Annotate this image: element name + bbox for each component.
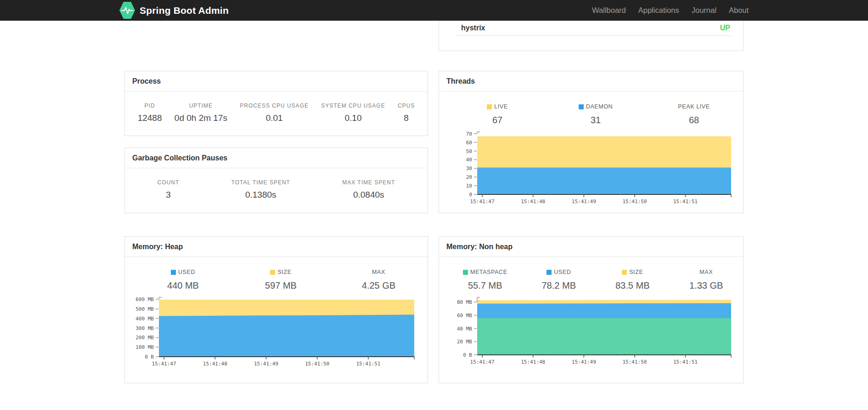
svg-text:600 MB: 600 MB: [135, 296, 154, 302]
svg-text:0 B: 0 B: [463, 352, 472, 358]
memory-nonheap-chart: 0 B20 MB40 MB60 MB80 MB15:41:4715:41:481…: [448, 295, 738, 367]
nonheap-max-value: 1.33 GB: [670, 280, 744, 291]
legend-item-live: LIVE: [448, 103, 547, 110]
svg-text:15:41:48: 15:41:48: [521, 199, 545, 205]
threads-card: Threads LIVE DAEMON PEAK LIVE: [439, 71, 744, 213]
nonheap-size-value: 83.5 MB: [596, 280, 670, 291]
stat-gc-total-time: TOTAL TIME SPENT 0.1380s: [231, 179, 290, 200]
garbage-collection-card: Garbage Collection Pauses COUNT 3 TOTAL …: [124, 148, 428, 213]
size-swatch-icon: [622, 270, 627, 275]
svg-text:0: 0: [469, 192, 472, 198]
svg-text:80 MB: 80 MB: [457, 299, 472, 305]
content-area: Process PID 12488 UPTIME 0d 0h 2m 17s PR…: [124, 21, 744, 383]
app-brand[interactable]: Spring Boot Admin: [119, 2, 229, 19]
process-stats: PID 12488 UPTIME 0d 0h 2m 17s PROCESS CP…: [125, 91, 428, 134]
stat-process-cpu-usage: PROCESS CPU USAGE 0.01: [240, 102, 309, 123]
legend-item-max: MAX: [670, 269, 744, 275]
svg-text:15:41:51: 15:41:51: [673, 199, 698, 205]
process-card-title: Process: [125, 71, 428, 91]
nav-item-journal[interactable]: Journal: [692, 6, 716, 15]
svg-text:20: 20: [466, 174, 472, 180]
gc-card-title: Garbage Collection Pauses: [125, 148, 428, 168]
heap-used-value: 440 MB: [134, 280, 232, 291]
svg-text:15:41:51: 15:41:51: [356, 361, 380, 367]
heap-size-value: 597 MB: [232, 280, 330, 291]
nonheap-metaspace-value: 55.7 MB: [448, 280, 522, 291]
svg-text:15:41:47: 15:41:47: [152, 361, 176, 367]
right-column: hystrix UP Threads LIVE DAEMON: [439, 21, 744, 383]
memory-nonheap-chart-body: METASPACE USED SIZE MAX 55.7 MB: [439, 257, 743, 367]
used-swatch-icon: [171, 270, 176, 275]
memory-heap-card-title: Memory: Heap: [125, 237, 428, 257]
svg-text:40 MB: 40 MB: [457, 326, 472, 332]
client-row-divider: [456, 35, 731, 36]
client-row[interactable]: hystrix UP: [439, 21, 743, 35]
gc-stats: COUNT 3 TOTAL TIME SPENT 0.1380s MAX TIM…: [125, 168, 428, 211]
legend-item-daemon: DAEMON: [547, 103, 645, 110]
threads-chart-body: LIVE DAEMON PEAK LIVE 67 31 68 010203040…: [439, 91, 743, 207]
threads-peak-live-value: 68: [645, 115, 743, 125]
svg-text:15:41:47: 15:41:47: [470, 199, 495, 205]
svg-text:15:41:48: 15:41:48: [203, 361, 227, 367]
legend-item-used: USED: [134, 269, 232, 275]
svg-text:15:41:49: 15:41:49: [254, 361, 278, 367]
svg-text:15:41:50: 15:41:50: [622, 359, 647, 365]
stat-uptime: UPTIME 0d 0h 2m 17s: [175, 102, 227, 123]
svg-text:400 MB: 400 MB: [135, 316, 154, 322]
memory-heap-values: 440 MB 597 MB 4.25 GB: [134, 280, 428, 291]
client-status-badge: UP: [720, 24, 730, 32]
nav-item-applications[interactable]: Applications: [638, 6, 679, 15]
svg-text:500 MB: 500 MB: [135, 306, 154, 312]
svg-text:70: 70: [466, 131, 472, 137]
daemon-swatch-icon: [579, 104, 584, 109]
legend-item-max: MAX: [330, 269, 428, 275]
threads-chart: 01020304050607015:41:4715:41:4815:41:491…: [448, 129, 738, 207]
process-card: Process PID 12488 UPTIME 0d 0h 2m 17s PR…: [124, 71, 428, 136]
used-swatch-icon: [547, 270, 552, 275]
size-swatch-icon: [270, 270, 275, 275]
nav-item-about[interactable]: About: [729, 6, 749, 15]
threads-values: 67 31 68: [448, 115, 743, 125]
memory-nonheap-values: 55.7 MB 78.2 MB 83.5 MB 1.33 GB: [448, 280, 743, 291]
svg-text:60: 60: [466, 140, 472, 146]
memory-heap-card: Memory: Heap USED SIZE MAX 4: [124, 236, 428, 383]
stat-gc-max-time: MAX TIME SPENT 0.0840s: [342, 179, 395, 200]
nav-links: Wallboard Applications Journal About: [592, 6, 749, 15]
svg-text:0 B: 0 B: [145, 354, 154, 360]
svg-text:20 MB: 20 MB: [457, 339, 472, 345]
threads-card-title: Threads: [439, 71, 743, 91]
legend-item-size: SIZE: [232, 269, 330, 275]
stat-gc-count: COUNT 3: [158, 179, 180, 200]
legend-item-metaspace: METASPACE: [448, 269, 522, 275]
threads-daemon-value: 31: [547, 115, 645, 125]
svg-text:15:41:51: 15:41:51: [673, 359, 698, 365]
svg-text:60 MB: 60 MB: [457, 313, 472, 319]
memory-nonheap-legend: METASPACE USED SIZE MAX: [448, 269, 743, 275]
stat-system-cpu-usage: SYSTEM CPU USAGE 0.10: [321, 102, 385, 123]
svg-text:10: 10: [466, 183, 472, 189]
nav-item-wallboard[interactable]: Wallboard: [592, 6, 626, 15]
svg-text:15:41:47: 15:41:47: [470, 359, 495, 365]
memory-heap-chart-body: USED SIZE MAX 440 MB 597 MB 4.25 GB 0 B1…: [125, 257, 428, 369]
threads-live-value: 67: [448, 115, 547, 125]
left-column: Process PID 12488 UPTIME 0d 0h 2m 17s PR…: [124, 21, 428, 383]
svg-text:15:41:49: 15:41:49: [572, 359, 596, 365]
metaspace-swatch-icon: [463, 270, 468, 275]
svg-text:100 MB: 100 MB: [135, 344, 154, 350]
threads-legend: LIVE DAEMON PEAK LIVE: [448, 103, 743, 110]
svg-text:15:41:50: 15:41:50: [622, 199, 647, 205]
nonheap-used-value: 78.2 MB: [522, 280, 596, 291]
stat-pid: PID 12488: [138, 102, 162, 123]
svg-text:30: 30: [466, 165, 472, 171]
svg-text:50: 50: [466, 148, 472, 154]
memory-nonheap-card: Memory: Non heap METASPACE USED SIZE: [439, 236, 744, 383]
app-title: Spring Boot Admin: [140, 5, 229, 16]
memory-nonheap-card-title: Memory: Non heap: [439, 237, 743, 257]
memory-heap-chart: 0 B100 MB200 MB300 MB400 MB500 MB600 MB1…: [134, 295, 421, 369]
navbar: Spring Boot Admin Wallboard Applications…: [0, 0, 868, 21]
svg-text:40: 40: [466, 157, 472, 163]
live-swatch-icon: [487, 104, 492, 109]
client-name: hystrix: [461, 24, 485, 32]
svg-text:15:41:49: 15:41:49: [572, 199, 596, 205]
svg-text:15:41:50: 15:41:50: [305, 361, 329, 367]
